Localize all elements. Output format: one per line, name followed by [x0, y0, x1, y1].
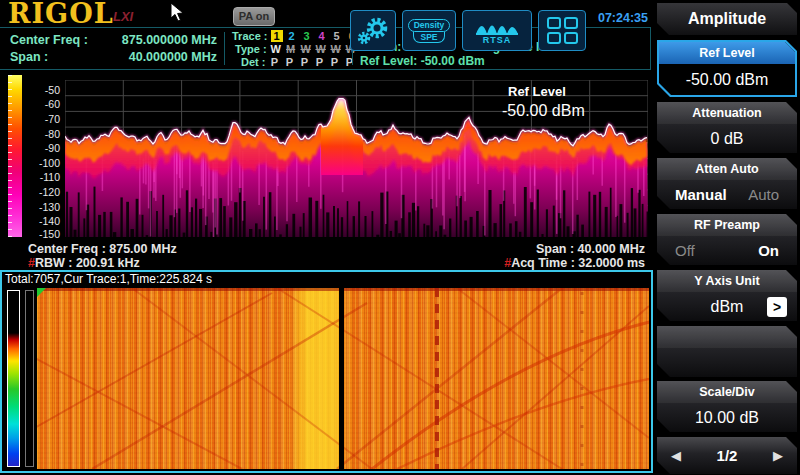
- y-axis-unit-button[interactable]: Y Axis Unit dBm >: [657, 270, 797, 321]
- ref-level-value: -50.00 dBm: [659, 64, 795, 95]
- ref-level-readout: Ref Level: -50.00 dBm: [360, 54, 485, 68]
- y-axis-label: -70: [32, 113, 60, 125]
- center-freq-label: Center Freq :: [10, 33, 88, 47]
- blank-menu-button: [657, 326, 797, 377]
- trace-1[interactable]: 1: [271, 30, 283, 42]
- green-marker-icon: [37, 288, 46, 297]
- y-axis-label: -50: [32, 84, 60, 96]
- spectrogram-panel: Total:7057,Cur Trace:1,Time:225.824 s: [0, 270, 653, 473]
- atten-auto-button[interactable]: Atten Auto Manual Auto: [657, 158, 797, 209]
- window-layout-button[interactable]: [538, 10, 586, 51]
- amplitude-colorbar: [8, 75, 22, 237]
- rtsa-screen: RIGOL LXI PA on Density SPE RTSA: [0, 0, 800, 475]
- ref-level-label: Ref Level: [659, 42, 795, 64]
- atten-auto-option[interactable]: Auto: [748, 186, 779, 203]
- y-axis-label: -90: [32, 142, 60, 154]
- scale-div-button[interactable]: Scale/Div 10.00 dB: [657, 381, 797, 432]
- trace-3[interactable]: 3: [301, 30, 313, 42]
- y-axis-label: -60: [32, 98, 60, 110]
- menu-title: Amplitude: [657, 3, 797, 35]
- ref-level-overlay-label: Ref Level: [508, 84, 566, 99]
- density-spe-button[interactable]: Density SPE: [402, 10, 456, 51]
- atten-manual-option[interactable]: Manual: [675, 186, 727, 203]
- mouse-cursor: [170, 2, 185, 23]
- gear-icon: [355, 15, 391, 47]
- page-nav-button[interactable]: ◀ 1/2 ▶: [657, 437, 797, 474]
- footer-acq-time: #Acq Time : 32.0000 ms: [504, 256, 645, 270]
- prev-page-icon[interactable]: ◀: [671, 448, 681, 463]
- spectrum-display: -50 -60 -70 -80 -90 -100 -110 -120 -130 …: [0, 70, 651, 240]
- settings-button[interactable]: [350, 10, 396, 51]
- rf-preamp-on-option[interactable]: On: [758, 242, 779, 259]
- spectrogram-status: Total:7057,Cur Trace:1,Time:225.824 s: [5, 272, 212, 286]
- y-axis-label: -130: [32, 201, 60, 213]
- y-axis-label: -120: [32, 186, 60, 198]
- lxi-badge: LXI: [113, 9, 133, 24]
- colorbar-ticks: [8, 75, 12, 237]
- y-axis-label: -80: [32, 128, 60, 140]
- footer-rbw: #RBW : 200.91 kHz: [28, 256, 140, 270]
- det-row: Det : PPPPPP: [241, 56, 359, 68]
- density-spe-icon: Density SPE: [408, 19, 451, 43]
- submenu-arrow-icon: >: [767, 297, 787, 317]
- center-freq-value: 875.000000 MHz: [95, 33, 217, 47]
- y-axis-unit-value: dBm: [711, 298, 744, 316]
- scale-div-value: 10.00 dB: [657, 403, 797, 432]
- y-axis-label: -150: [32, 228, 60, 240]
- rtsa-mode-button[interactable]: RTSA: [462, 10, 532, 51]
- trace-2[interactable]: 2: [286, 30, 298, 42]
- footer-span: Span : 40.000 MHz: [536, 242, 645, 256]
- rf-preamp-button[interactable]: RF Preamp Off On: [657, 214, 797, 265]
- next-page-icon[interactable]: ▶: [773, 448, 783, 463]
- span-label: Span :: [10, 50, 48, 64]
- y-axis-label: -110: [32, 171, 60, 183]
- spectrogram-position-bar[interactable]: [25, 290, 34, 467]
- attenuation-value: 0 dB: [657, 124, 797, 153]
- window-layout-icon: [547, 17, 578, 44]
- waterfall-display: [37, 288, 649, 469]
- trace-row: Trace : 123456: [232, 30, 361, 42]
- attenuation-button[interactable]: Attenuation 0 dB: [657, 102, 797, 153]
- rtsa-waveform-icon: [474, 16, 520, 36]
- ref-level-button[interactable]: Ref Level -50.00 dBm: [657, 40, 797, 97]
- trace-5[interactable]: 5: [331, 30, 343, 42]
- footer-center-freq: Center Freq : 875.00 MHz: [28, 242, 177, 256]
- pa-on-button[interactable]: PA on: [233, 7, 275, 26]
- page-indicator: 1/2: [717, 447, 738, 464]
- divider: [224, 32, 225, 65]
- toolbar: Density SPE RTSA: [350, 10, 586, 51]
- rigol-logo: RIGOL: [8, 0, 114, 29]
- type-row: Type : WMWWWW: [235, 43, 360, 55]
- trace-4[interactable]: 4: [316, 30, 328, 42]
- y-axis-label: -100: [32, 157, 60, 169]
- rf-preamp-off-option[interactable]: Off: [675, 242, 695, 259]
- ref-level-overlay-value: -50.00 dBm: [502, 102, 585, 120]
- span-value: 40.000000 MHz: [95, 50, 217, 64]
- y-axis-label: -140: [32, 215, 60, 227]
- spectrogram-colorbar: [7, 290, 20, 467]
